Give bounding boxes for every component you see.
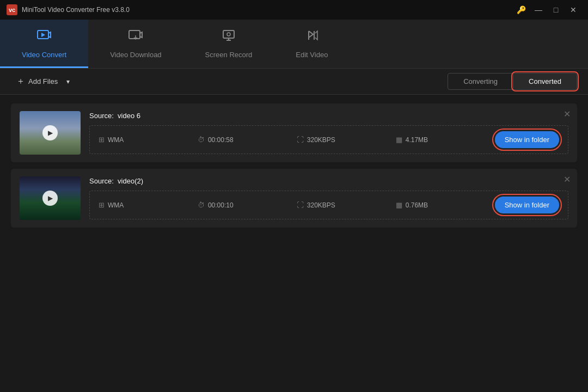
file-details-box-1: ⊞ WMA ⏱ 00:00:58 ⛶ 320KBPS ▦ 4.17MB Show… <box>89 125 568 154</box>
file-bitrate-1: ⛶ 320KBPS <box>297 136 396 144</box>
size-value-2: 0.76MB <box>406 201 428 209</box>
app-logo: vc <box>7 4 17 15</box>
video-download-icon <box>128 28 143 46</box>
nav-edit-video-label: Edit Video <box>296 51 328 59</box>
nav-screen-record-label: Screen Record <box>205 51 253 59</box>
add-files-icon: ＋ <box>16 76 25 87</box>
play-button-1[interactable]: ▶ <box>42 125 58 140</box>
maximize-button[interactable]: □ <box>548 3 564 16</box>
show-folder-button-1[interactable]: Show in folder <box>495 131 559 148</box>
tab-group: Converting Converted <box>448 73 577 90</box>
file-format-1: ⊞ WMA <box>99 136 198 144</box>
add-files-label: Add Files <box>28 77 58 85</box>
file-card-1: ▶ Source: video 6 ⊞ WMA ⏱ 00:00:58 ⛶ 320… <box>11 103 577 162</box>
bitrate-value-1: 320KBPS <box>307 136 335 144</box>
toolbar: ＋ Add Files ▾ Converting Converted <box>0 69 588 95</box>
nav-video-convert-label: Video Convert <box>22 51 66 59</box>
file-duration-2: ⏱ 00:00:10 <box>198 201 297 209</box>
key-button[interactable]: 🔑 <box>513 3 529 16</box>
file-thumbnail-1: ▶ <box>20 111 81 155</box>
play-button-2[interactable]: ▶ <box>42 191 58 206</box>
duration-icon-2: ⏱ <box>198 201 205 209</box>
format-value-1: WMA <box>108 136 124 144</box>
content-area: ▶ Source: video 6 ⊞ WMA ⏱ 00:00:58 ⛶ 320… <box>0 95 588 236</box>
size-icon-1: ▦ <box>396 136 402 144</box>
format-icon-2: ⊞ <box>99 201 105 209</box>
format-icon-1: ⊞ <box>99 136 105 144</box>
nav-screen-record[interactable]: Screen Record <box>183 20 274 68</box>
bitrate-icon-2: ⛶ <box>297 201 304 209</box>
file-size-2: ▦ 0.76MB <box>396 201 495 209</box>
source-label-2: Source: <box>89 177 114 185</box>
bitrate-value-2: 320KBPS <box>307 201 335 209</box>
format-value-2: WMA <box>108 201 124 209</box>
edit-video-icon <box>304 28 320 46</box>
source-name-2: video(2) <box>118 177 143 185</box>
file-thumbnail-2: ▶ <box>20 176 81 220</box>
tab-converted[interactable]: Converted <box>513 74 577 89</box>
nav-edit-video[interactable]: Edit Video <box>274 20 350 68</box>
file-details-box-2: ⊞ WMA ⏱ 00:00:10 ⛶ 320KBPS ▦ 0.76MB Show… <box>89 191 568 219</box>
file-card-2: ▶ Source: video(2) ⊞ WMA ⏱ 00:00:10 ⛶ 32… <box>11 169 577 228</box>
screen-record-icon <box>221 28 236 46</box>
duration-value-2: 00:00:10 <box>208 201 234 209</box>
svg-rect-1 <box>129 30 140 39</box>
file-info-1: Source: video 6 ⊞ WMA ⏱ 00:00:58 ⛶ 320KB… <box>89 112 568 154</box>
add-files-button[interactable]: ＋ Add Files <box>11 72 63 90</box>
tab-converting[interactable]: Converting <box>448 74 513 89</box>
duration-icon-1: ⏱ <box>198 136 205 144</box>
close-button[interactable]: ✕ <box>565 3 581 16</box>
card-close-button-1[interactable]: ✕ <box>564 109 571 119</box>
video-convert-icon <box>36 28 52 46</box>
size-value-1: 4.17MB <box>406 136 428 144</box>
titlebar-controls: 🔑 — □ ✕ <box>513 3 581 16</box>
app-title: MiniTool Video Converter Free v3.8.0 <box>22 6 130 14</box>
file-source-2: Source: video(2) <box>89 177 568 185</box>
duration-value-1: 00:00:58 <box>208 136 234 144</box>
file-format-2: ⊞ WMA <box>99 201 198 209</box>
source-name-1: video 6 <box>118 112 140 120</box>
nav-video-convert[interactable]: Video Convert <box>0 20 88 68</box>
file-bitrate-2: ⛶ 320KBPS <box>297 201 396 209</box>
card-close-button-2[interactable]: ✕ <box>564 174 571 185</box>
add-files-dropdown-button[interactable]: ▾ <box>63 75 73 89</box>
size-icon-2: ▦ <box>396 201 402 209</box>
bitrate-icon-1: ⛶ <box>297 136 304 144</box>
title-bar: vc MiniTool Video Converter Free v3.8.0 … <box>0 0 588 20</box>
file-duration-1: ⏱ 00:00:58 <box>198 136 297 144</box>
svg-rect-2 <box>223 30 234 38</box>
svg-point-3 <box>227 33 230 36</box>
nav-video-download-label: Video Download <box>110 51 161 59</box>
minimize-button[interactable]: — <box>530 3 547 16</box>
navbar: Video Convert Video Download Screen Reco… <box>0 20 588 69</box>
file-source-1: Source: video 6 <box>89 112 568 120</box>
source-label-1: Source: <box>89 112 114 120</box>
titlebar-left: vc MiniTool Video Converter Free v3.8.0 <box>7 4 130 15</box>
show-folder-button-2[interactable]: Show in folder <box>495 197 559 213</box>
nav-video-download[interactable]: Video Download <box>88 20 183 68</box>
file-size-1: ▦ 4.17MB <box>396 136 495 144</box>
file-info-2: Source: video(2) ⊞ WMA ⏱ 00:00:10 ⛶ 320K… <box>89 177 568 219</box>
